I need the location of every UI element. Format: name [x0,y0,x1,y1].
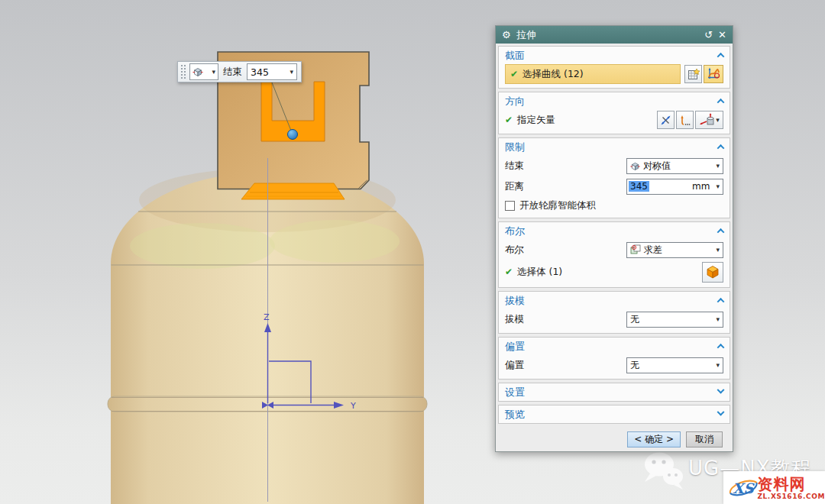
chevron-up-icon[interactable] [717,298,725,305]
ok-button[interactable]: < 确定 > [627,431,681,447]
distance-drag-handle[interactable] [288,130,298,140]
select-curve-row: ✔ 选择曲线 (12) [505,64,723,84]
dialog-titlebar[interactable]: ⚙ 拉伸 ↺ ✕ [496,26,733,44]
toolbar-drag-grip[interactable] [180,64,186,79]
group-preview-title: 预览 [505,408,525,422]
collar-flange[interactable] [241,183,345,199]
group-boolean: 布尔 布尔 求差 ▾ ✔ 选择体 (1) [498,221,730,288]
axis-y-label: Y [350,401,356,411]
caret-down-icon[interactable]: ▾ [716,183,720,190]
face-vector-icon [699,113,716,127]
distance-input[interactable]: 345 mm ▾ [626,179,723,195]
end-mode-select[interactable]: ▾ [189,63,218,80]
group-draft-title: 拔模 [505,294,525,308]
chevron-up-icon[interactable] [717,53,725,60]
reverse-direction-icon [679,115,691,126]
end-value: 对称值 [643,160,671,173]
dome-highlight-left [130,223,275,269]
curve-rule-button[interactable] [684,65,702,83]
offset-label: 偏置 [505,359,626,372]
distance-label: 距离 [505,180,626,193]
body-cube-icon [705,264,720,279]
group-section: 截面 ✔ 选择曲线 (12) [498,46,730,89]
group-boolean-title: 布尔 [505,225,525,238]
onscreen-distance-toolbar[interactable]: ▾ 结束 345 ▾ [177,61,302,82]
chevron-down-icon[interactable] [717,386,725,394]
specify-vector-label: 指定矢量 [517,114,655,127]
boolean-combo[interactable]: 求差 ▾ [626,242,723,258]
select-body-button[interactable] [702,262,723,283]
symmetric-value-icon [630,161,640,171]
group-limits-title: 限制 [505,141,525,154]
wechat-icon [642,451,685,491]
caret-down-icon[interactable]: ▾ [290,69,293,76]
caret-down-icon[interactable]: ▾ [716,163,720,170]
dialog-title: 拉伸 [516,28,536,42]
caret-down-icon[interactable]: ▾ [716,316,720,323]
vector-dialog-button[interactable] [657,111,675,129]
end-combo[interactable]: 对称值 ▾ [626,158,723,174]
check-icon: ✔ [505,115,513,125]
close-icon[interactable]: ✕ [718,29,726,40]
caret-down-icon[interactable]: ▾ [716,362,720,369]
chevron-up-icon[interactable] [717,144,725,152]
sketch-section-button[interactable] [704,65,723,83]
dialog-footer: < 确定 > 取消 [498,427,730,447]
check-icon: ✔ [510,69,518,79]
xs-logo-swoosh: XS [725,473,762,503]
toolbar-distance-input[interactable]: 345 ▾ [247,63,297,80]
xs-logo-text: XS [733,480,755,496]
group-section-header[interactable]: 截面 [505,47,723,63]
group-section-title: 截面 [505,49,525,63]
vector-dialog-icon [660,115,671,126]
draft-row: 拔模 无 ▾ [505,309,723,329]
select-body-row: ✔ 选择体 (1) [505,260,723,283]
group-preview: 预览 [498,405,730,424]
group-offset-header[interactable]: 偏置 [505,338,723,354]
group-boolean-header[interactable]: 布尔 [505,223,723,239]
gear-icon: ⚙ [502,30,511,40]
logo-site-url: ZL.XS1616.COM [757,493,825,500]
open-profile-row: 开放轮廓智能体积 [505,197,723,214]
subtract-icon [630,244,641,255]
distance-unit: mm [692,181,710,192]
end-label: 结束 [505,160,626,173]
reset-icon[interactable]: ↺ [704,29,713,40]
offset-combo[interactable]: 无 ▾ [626,357,723,373]
caret-down-icon: ▾ [212,69,215,76]
draft-combo[interactable]: 无 ▾ [626,312,723,328]
chevron-up-icon[interactable] [717,99,725,106]
select-body-label: 选择体 (1) [517,266,702,279]
group-direction-title: 方向 [505,95,525,108]
group-direction-header[interactable]: 方向 [505,93,723,109]
caret-down-icon[interactable]: ▾ [716,117,720,124]
cancel-button[interactable]: 取消 [686,431,723,447]
end-row: 结束 对称值 ▾ [505,156,723,176]
caret-down-icon[interactable]: ▾ [716,247,720,254]
boolean-row: 布尔 求差 ▾ [505,240,723,260]
chevron-down-icon[interactable] [717,409,725,416]
group-settings: 设置 [498,383,730,402]
group-draft-header[interactable]: 拔模 [505,292,723,309]
vector-method-button[interactable]: ▾ [695,111,723,129]
boolean-value: 求差 [644,244,662,257]
open-profile-checkbox[interactable] [505,201,515,211]
chevron-up-icon[interactable] [717,344,725,351]
curve-rule-icon [688,68,700,80]
offset-value: 无 [630,359,639,372]
select-curve-field[interactable]: ✔ 选择曲线 (12) [505,64,681,84]
toolbar-end-label: 结束 [222,66,244,79]
reverse-direction-button[interactable] [676,111,694,129]
select-curve-label: 选择曲线 (12) [522,68,584,81]
group-settings-header[interactable]: 设置 [505,384,723,400]
symmetric-value-icon [192,66,203,77]
chevron-up-icon[interactable] [717,228,725,236]
group-draft: 拔模 拔模 无 ▾ [498,291,730,334]
logo-site-name: 资料网 [757,476,825,493]
dome-highlight-right [270,220,400,263]
group-limits-header[interactable]: 限制 [505,139,723,155]
boolean-label: 布尔 [505,244,626,257]
distance-row: 距离 345 mm ▾ [505,176,723,196]
sketch-section-icon [707,67,720,81]
group-preview-header[interactable]: 预览 [505,406,723,422]
